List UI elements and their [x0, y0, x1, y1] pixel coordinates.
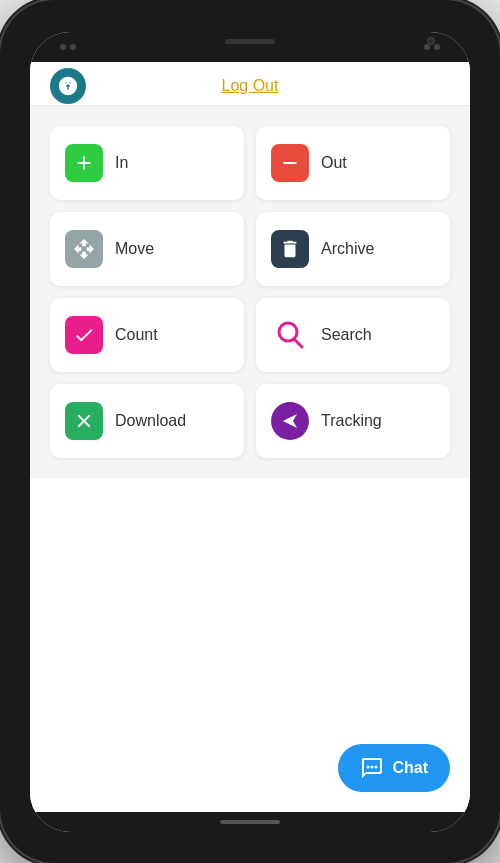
out-icon-box [271, 144, 309, 182]
chat-bubble-icon [360, 756, 384, 780]
home-indicator [220, 820, 280, 824]
in-label: In [115, 154, 128, 172]
search-icon [271, 316, 309, 354]
phone-top-bar [30, 32, 470, 62]
phone-screen: Log Out In [30, 32, 470, 832]
menu-item-search[interactable]: Search [256, 298, 450, 372]
app-content: Log Out In [30, 62, 470, 812]
logo-icon [57, 75, 79, 97]
search-label: Search [321, 326, 372, 344]
menu-item-in[interactable]: In [50, 126, 244, 200]
menu-item-download[interactable]: Download [50, 384, 244, 458]
phone-frame: Log Out In [0, 0, 500, 863]
speaker [225, 39, 275, 44]
app-spacer [30, 478, 470, 729]
count-icon-box [65, 316, 103, 354]
download-icon [73, 410, 95, 432]
svg-point-5 [367, 765, 370, 768]
archive-label: Archive [321, 240, 374, 258]
chat-button-container: Chat [30, 729, 470, 812]
chat-button-label: Chat [392, 759, 428, 777]
app-logo [50, 68, 86, 104]
sensor-dot [60, 44, 66, 50]
plus-icon [73, 152, 95, 174]
menu-grid: In Out [30, 106, 470, 478]
download-label: Download [115, 412, 186, 430]
sensor-dot [434, 44, 440, 50]
top-bar-sensors [60, 44, 76, 50]
tracking-icon [271, 402, 309, 440]
sensor-dot [70, 44, 76, 50]
archive-icon-box [271, 230, 309, 268]
move-label: Move [115, 240, 154, 258]
menu-item-archive[interactable]: Archive [256, 212, 450, 286]
menu-item-count[interactable]: Count [50, 298, 244, 372]
in-icon-box [65, 144, 103, 182]
menu-item-tracking[interactable]: Tracking [256, 384, 450, 458]
archive-icon [279, 238, 301, 260]
move-icon [73, 238, 95, 260]
search-icon-container [271, 316, 309, 354]
move-icon-box [65, 230, 103, 268]
tracking-icon-container [271, 402, 309, 440]
svg-point-7 [375, 765, 378, 768]
minus-icon [279, 152, 301, 174]
front-camera [427, 37, 435, 45]
svg-point-6 [371, 765, 374, 768]
chat-button[interactable]: Chat [338, 744, 450, 792]
menu-item-out[interactable]: Out [256, 126, 450, 200]
app-header: Log Out [30, 62, 470, 106]
tracking-label: Tracking [321, 412, 382, 430]
download-icon-box [65, 402, 103, 440]
out-label: Out [321, 154, 347, 172]
logout-link[interactable]: Log Out [222, 77, 279, 95]
count-icon [73, 324, 95, 346]
count-label: Count [115, 326, 158, 344]
phone-bottom-bar [30, 812, 470, 832]
menu-item-move[interactable]: Move [50, 212, 244, 286]
phone-notch [210, 32, 290, 50]
